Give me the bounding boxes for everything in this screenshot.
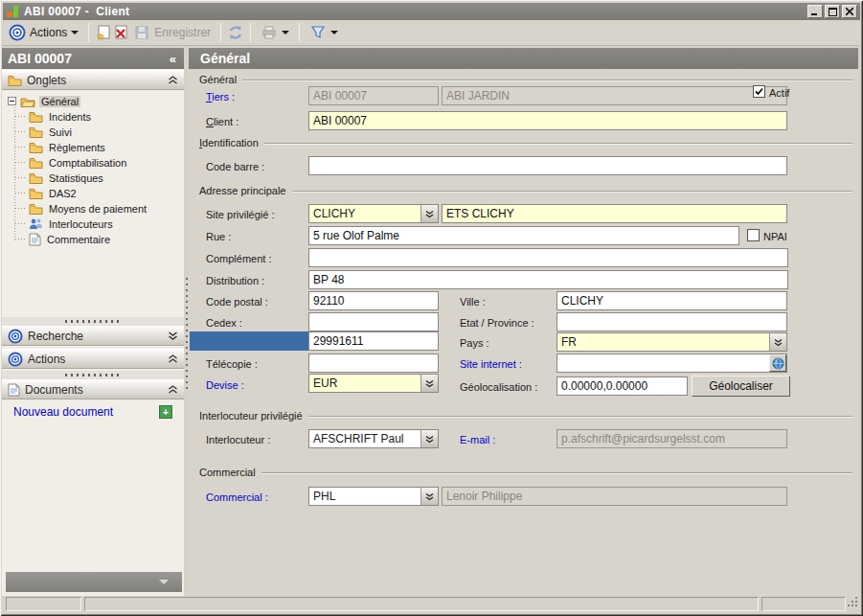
resize-grip[interactable] xyxy=(847,594,858,611)
tree-item-reglements[interactable]: Règlements xyxy=(29,140,107,154)
collapse-expander-icon[interactable] xyxy=(8,97,16,105)
code-barre-field[interactable] xyxy=(308,156,787,175)
etat-province-field[interactable] xyxy=(556,312,787,331)
actif-checkbox[interactable] xyxy=(753,85,765,98)
email-label[interactable]: E-mail : xyxy=(460,434,495,445)
toolbar-separator xyxy=(299,23,300,42)
interlocuteur-combo[interactable]: AFSCHRIFT Paul xyxy=(308,429,439,448)
combo-dropdown-button[interactable] xyxy=(420,488,438,505)
site-privilegie-value: CLICHY xyxy=(309,205,420,222)
tree-item-das2[interactable]: DAS2 xyxy=(29,186,79,200)
site-internet-field[interactable] xyxy=(556,354,787,373)
sidebar-splitter[interactable] xyxy=(2,371,184,379)
onglets-section-header[interactable]: Onglets xyxy=(2,70,184,90)
onglets-tree: Général Incidents Suivi Règlements Compt… xyxy=(2,90,184,317)
recherche-label: Recherche xyxy=(28,330,83,343)
open-website-button[interactable] xyxy=(769,354,786,372)
tree-item-label: Commentaire xyxy=(45,234,112,245)
documents-label: Documents xyxy=(25,383,83,397)
save-label: Enregistrer xyxy=(154,26,211,39)
pays-label: Pays : xyxy=(460,337,489,349)
pays-combo[interactable]: FR xyxy=(556,332,787,352)
title-bar: ABI 00007 - Client xyxy=(3,3,860,20)
chevron-up-icon[interactable] xyxy=(168,74,178,87)
toolbar-separator xyxy=(88,23,89,42)
chevron-up-icon[interactable] xyxy=(168,353,178,366)
tree-item-general[interactable]: Général xyxy=(8,94,80,108)
new-record-button[interactable] xyxy=(95,24,112,41)
cedex-label: Cedex : xyxy=(206,317,242,329)
combo-dropdown-button[interactable] xyxy=(769,333,786,351)
commercial-label[interactable]: Commercial : xyxy=(206,491,268,503)
code-postal-field[interactable] xyxy=(308,291,439,310)
geolocaliser-button[interactable]: Géolocaliser xyxy=(692,376,790,397)
npai-label: NPAI xyxy=(763,231,787,242)
tiers-code-field xyxy=(308,86,439,105)
site-name-field[interactable] xyxy=(442,204,787,223)
sidebar-splitter[interactable] xyxy=(2,317,184,326)
status-cell xyxy=(761,597,846,611)
tree-item-commentaire[interactable]: Commentaire xyxy=(29,232,112,246)
devise-combo[interactable]: EUR xyxy=(308,374,439,393)
pays-value: FR xyxy=(557,333,769,351)
minimize-button[interactable] xyxy=(807,5,823,18)
tree-item-label: Interlocuteurs xyxy=(47,218,115,230)
delete-record-button[interactable] xyxy=(112,24,129,41)
group-adresse: Adresse principale xyxy=(199,185,852,196)
ville-field[interactable] xyxy=(556,291,787,310)
folder-icon xyxy=(8,75,22,86)
tree-item-moyens-de-paiement[interactable]: Moyens de paiement xyxy=(29,201,148,216)
maximize-button[interactable] xyxy=(825,5,840,18)
tree-item-incidents[interactable]: Incidents xyxy=(29,109,93,124)
save-button[interactable]: Enregistrer xyxy=(129,22,215,43)
tree-item-label: DAS2 xyxy=(47,188,79,199)
sidebar-collapse-button[interactable]: « xyxy=(168,52,178,66)
chevron-up-icon[interactable] xyxy=(168,383,178,397)
client-label: Client : xyxy=(206,116,238,127)
distribution-field[interactable] xyxy=(308,270,788,289)
combo-dropdown-button[interactable] xyxy=(420,205,438,222)
telephone-label-selected[interactable] xyxy=(190,331,308,351)
npai-checkbox[interactable] xyxy=(747,229,760,241)
telecopie-field[interactable] xyxy=(308,354,439,373)
documents-section-header[interactable]: Documents xyxy=(2,379,184,399)
combo-dropdown-button[interactable] xyxy=(420,430,438,447)
tree-item-comptabilisation[interactable]: Comptabilisation xyxy=(29,155,128,170)
actions-menu-button[interactable]: Actions xyxy=(26,24,82,41)
add-document-button[interactable]: + xyxy=(159,405,172,419)
complement-field[interactable] xyxy=(308,248,788,267)
site-internet-label[interactable]: Site internet : xyxy=(460,358,522,370)
tree-item-interlocuteurs[interactable]: Interlocuteurs xyxy=(29,217,115,231)
devise-label[interactable]: Devise : xyxy=(206,379,244,391)
new-document-link[interactable]: Nouveau document xyxy=(13,405,113,419)
group-interlocuteur-label: Interlocuteur privilégié xyxy=(199,410,303,422)
cedex-field[interactable] xyxy=(308,312,439,331)
tree-item-statistiques[interactable]: Statistiques xyxy=(29,171,105,185)
tree-item-suivi[interactable]: Suivi xyxy=(29,125,74,139)
recherche-section-header[interactable]: Recherche xyxy=(2,326,184,346)
distribution-label: Distribution : xyxy=(206,275,264,286)
status-bar xyxy=(3,596,860,613)
commercial-name-field xyxy=(442,487,787,506)
sidebar-header: ABI 00007 « xyxy=(2,48,184,69)
document-icon xyxy=(8,383,20,397)
collapsed-panel-bar[interactable] xyxy=(6,572,182,592)
combo-dropdown-button[interactable] xyxy=(420,375,438,392)
refresh-icon[interactable] xyxy=(227,24,244,41)
tiers-label[interactable]: Tiers : xyxy=(206,91,235,103)
funnel-icon xyxy=(309,24,327,41)
print-button[interactable] xyxy=(257,22,293,43)
geolocalisation-field[interactable] xyxy=(556,376,688,396)
close-button[interactable] xyxy=(842,5,857,18)
site-privilegie-combo[interactable]: CLICHY xyxy=(308,204,439,223)
filter-button[interactable] xyxy=(306,22,342,43)
client-field[interactable] xyxy=(308,111,787,130)
folder-icon xyxy=(29,111,43,123)
commercial-combo[interactable]: PHL xyxy=(308,487,439,506)
chevron-down-icon xyxy=(159,580,169,584)
telephone-field[interactable] xyxy=(308,331,439,351)
group-adresse-label: Adresse principale xyxy=(199,185,286,196)
rue-field[interactable] xyxy=(308,226,739,245)
chevron-down-icon[interactable] xyxy=(168,330,178,343)
actions-section-header[interactable]: Actions xyxy=(2,349,184,369)
